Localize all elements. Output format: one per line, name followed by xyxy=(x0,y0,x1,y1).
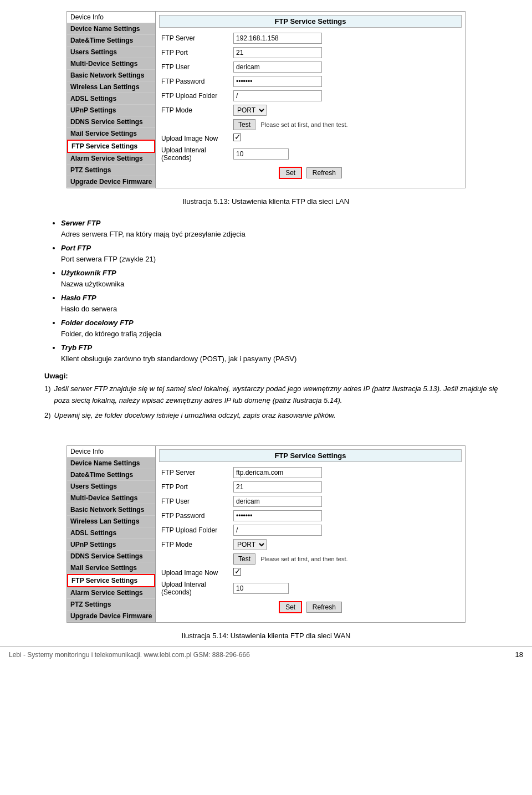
ftp-label-2: FTP User xyxy=(159,60,231,74)
ftp-value-4 xyxy=(231,523,462,537)
upload-interval-label-2: Upload Interval (Seconds) xyxy=(159,579,231,598)
ftp-input-4[interactable] xyxy=(233,525,322,536)
sidebar-item-0[interactable]: Device Info xyxy=(67,12,155,23)
ftp-row-1: FTP Port xyxy=(159,45,462,60)
sidebar-item-14[interactable]: Upgrade Device Firmware xyxy=(67,611,155,622)
ftp-input-1[interactable] xyxy=(233,481,322,493)
ftp-row-2: FTP User xyxy=(159,494,462,509)
ftp-value-1 xyxy=(231,480,462,494)
sidebar-item-12[interactable]: Alarm Service Settings xyxy=(67,587,155,599)
sidebar-item-13[interactable]: PTZ Settings xyxy=(67,599,155,611)
sidebar-item-11[interactable]: FTP Service Settings xyxy=(67,140,155,153)
set-button-2[interactable]: Set xyxy=(279,601,302,613)
sidebar-item-8[interactable]: UPnP Settings xyxy=(67,105,155,116)
sidebar-item-4[interactable]: Multi-Device Settings xyxy=(67,58,155,70)
ftp-input-0[interactable] xyxy=(233,33,322,44)
sidebar-item-11[interactable]: FTP Service Settings xyxy=(67,574,155,587)
sidebar-2: Device InfoDevice Name SettingsDate&Time… xyxy=(67,446,156,622)
sidebar-item-8[interactable]: UPnP Settings xyxy=(67,539,155,551)
ftp-fields-table-1: FTP ServerFTP PortFTP UserFTP PasswordFT… xyxy=(159,31,462,117)
test-button-2[interactable]: Test xyxy=(233,553,255,565)
sidebar-item-9[interactable]: DDNS Service Settings xyxy=(67,116,155,128)
ftp-input-4[interactable] xyxy=(233,90,322,101)
upload-image-checkbox-2[interactable] xyxy=(233,568,241,576)
ftp-input-1[interactable] xyxy=(233,47,322,58)
test-note-1: Please set at first, and then test. xyxy=(260,121,347,128)
device-panel-2: Device InfoDevice Name SettingsDate&Time… xyxy=(66,445,466,623)
upload-image-checkbox-1[interactable] xyxy=(233,134,241,141)
ftp-value-3 xyxy=(231,509,462,523)
sidebar-item-3[interactable]: Users Settings xyxy=(67,481,155,493)
note-num-0: 1) xyxy=(44,383,51,395)
sidebar-item-7[interactable]: ADSL Settings xyxy=(67,93,155,105)
sidebar-item-5[interactable]: Basic Network Settings xyxy=(67,504,155,516)
settings-panel-2: FTP Service Settings FTP ServerFTP PortF… xyxy=(156,446,465,622)
sidebar-item-14[interactable]: Upgrade Device Firmware xyxy=(67,176,155,188)
ftp-label-2: FTP User xyxy=(159,494,231,509)
ftp-value-0 xyxy=(231,465,462,480)
ftp-value-3 xyxy=(231,74,462,89)
ftp-value-4 xyxy=(231,89,462,103)
bullet-item-0: Serwer FTPAdres serwera FTP, na który ma… xyxy=(61,218,515,239)
ftp-row-1: FTP Port xyxy=(159,480,462,494)
bullet-item-2: Użytkownik FTPNazwa użytkownika xyxy=(61,268,515,289)
bottom-buttons-2: Set Refresh xyxy=(159,601,462,613)
ftp-label-0: FTP Server xyxy=(159,31,231,45)
sidebar-item-2[interactable]: Date&Time Settings xyxy=(67,35,155,47)
ftp-value-5: PORT xyxy=(231,537,462,552)
notes-title: Uwagi: xyxy=(44,372,515,380)
ftp-input-2[interactable] xyxy=(233,496,322,507)
ftp-row-0: FTP Server xyxy=(159,465,462,480)
sidebar-item-1[interactable]: Device Name Settings xyxy=(67,458,155,469)
upload-interval-label-1: Upload Interval (Seconds) xyxy=(159,145,231,163)
sidebar-item-6[interactable]: Wireless Lan Settings xyxy=(67,81,155,93)
ftp-mode-select[interactable]: PORT xyxy=(233,105,267,116)
bullet-item-1: Port FTPPort serwera FTP (zwykle 21) xyxy=(61,243,515,264)
sidebar-item-9[interactable]: DDNS Service Settings xyxy=(67,551,155,562)
ftp-label-5: FTP Mode xyxy=(159,103,231,117)
footer: Lebi - Systemy monitoringu i telekomunik… xyxy=(0,647,532,662)
sidebar-1: Device InfoDevice Name SettingsDate&Time… xyxy=(67,12,156,188)
upload-interval-input-1[interactable] xyxy=(233,148,289,160)
ftp-row-4: FTP Upload Folder xyxy=(159,523,462,537)
refresh-button-2[interactable]: Refresh xyxy=(306,602,342,613)
ftp-fields-table-2: FTP ServerFTP PortFTP UserFTP PasswordFT… xyxy=(159,465,462,552)
sidebar-item-4[interactable]: Multi-Device Settings xyxy=(67,493,155,504)
sidebar-item-10[interactable]: Mail Service Settings xyxy=(67,128,155,140)
sidebar-item-10[interactable]: Mail Service Settings xyxy=(67,562,155,574)
ftp-password-input[interactable] xyxy=(233,76,322,87)
bullet-list: Serwer FTPAdres serwera FTP, na który ma… xyxy=(44,218,515,364)
ftp-mode-select[interactable]: PORT xyxy=(233,539,267,550)
ftp-password-input[interactable] xyxy=(233,510,322,521)
sidebar-item-6[interactable]: Wireless Lan Settings xyxy=(67,516,155,527)
ftp-input-0[interactable] xyxy=(233,467,322,478)
settings-panel-1: FTP Service Settings FTP ServerFTP PortF… xyxy=(156,12,465,188)
ftp-row-3: FTP Password xyxy=(159,74,462,89)
ftp-input-2[interactable] xyxy=(233,61,322,73)
ftp-value-5: PORT xyxy=(231,103,462,117)
ftp-row-0: FTP Server xyxy=(159,31,462,45)
test-row-table-1: Test Please set at first, and then test.… xyxy=(159,117,462,163)
sidebar-item-7[interactable]: ADSL Settings xyxy=(67,527,155,539)
ftp-row-5: FTP ModePORT xyxy=(159,103,462,117)
bullet-item-3: Hasło FTPHasło do serwera xyxy=(61,293,515,314)
sidebar-item-0[interactable]: Device Info xyxy=(67,446,155,458)
caption-1: Ilustracja 5.13: Ustawienia klienta FTP … xyxy=(0,197,532,206)
sidebar-item-13[interactable]: PTZ Settings xyxy=(67,165,155,176)
test-row-table-2: Test Please set at first, and then test.… xyxy=(159,552,462,598)
sidebar-item-5[interactable]: Basic Network Settings xyxy=(67,70,155,81)
refresh-button-1[interactable]: Refresh xyxy=(306,167,342,178)
note-item-0: 1)Jeśli serwer FTP znajduje się w tej sa… xyxy=(44,383,515,407)
sidebar-item-1[interactable]: Device Name Settings xyxy=(67,23,155,35)
sidebar-item-2[interactable]: Date&Time Settings xyxy=(67,469,155,481)
sidebar-item-12[interactable]: Alarm Service Settings xyxy=(67,153,155,165)
set-button-1[interactable]: Set xyxy=(279,167,302,179)
sidebar-item-3[interactable]: Users Settings xyxy=(67,47,155,58)
ftp-label-0: FTP Server xyxy=(159,465,231,480)
panel2-title: FTP Service Settings xyxy=(159,449,462,462)
test-button-1[interactable]: Test xyxy=(233,119,255,130)
device-panel-1: Device InfoDevice Name SettingsDate&Time… xyxy=(66,11,466,188)
upload-image-label-1: Upload Image Now xyxy=(159,132,231,145)
upload-interval-input-2[interactable] xyxy=(233,583,289,594)
ftp-value-0 xyxy=(231,31,462,45)
